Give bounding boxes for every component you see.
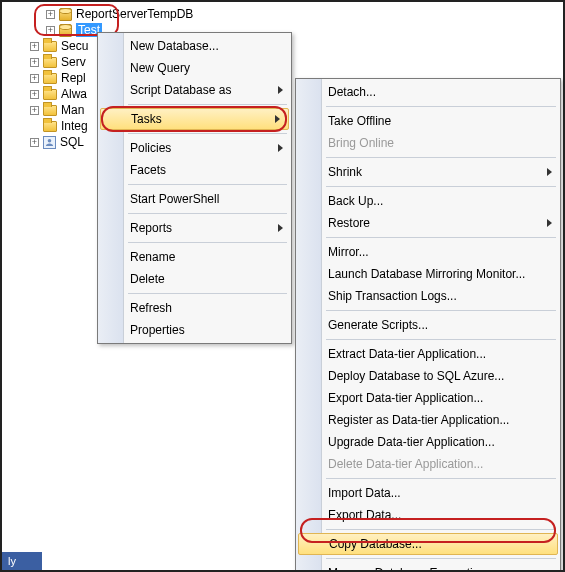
menu-separator [128,133,287,134]
expand-icon[interactable]: + [46,26,55,35]
status-bar: ly [2,552,42,570]
menu-item-new-database[interactable]: New Database... [98,35,291,57]
folder-icon [43,57,57,68]
menu-item-mirror[interactable]: Mirror... [296,241,560,263]
menu-item-policies[interactable]: Policies [98,137,291,159]
menu-item-restore[interactable]: Restore [296,212,560,234]
menu-label: Mirror... [328,245,369,259]
menu-item-refresh[interactable]: Refresh [98,297,291,319]
menu-label: Manage Database Encryption... [328,566,496,572]
tree-label: Integ [61,119,88,133]
expand-icon[interactable]: + [46,10,55,19]
menu-label: Launch Database Mirroring Monitor... [328,267,525,281]
menu-separator [326,529,556,530]
expand-icon[interactable]: + [30,58,39,67]
tree-label: Man [61,103,84,117]
menu-separator [326,339,556,340]
database-icon [59,8,72,21]
menu-label: Policies [130,141,171,155]
menu-label: Copy Database... [329,537,422,551]
menu-separator [128,242,287,243]
menu-label: Restore [328,216,370,230]
submenu-arrow-icon [278,224,283,232]
tree-label: Serv [61,55,86,69]
menu-item-extract-data-tier[interactable]: Extract Data-tier Application... [296,343,560,365]
submenu-arrow-icon [547,168,552,176]
expand-icon[interactable]: + [30,42,39,51]
menu-item-take-offline[interactable]: Take Offline [296,110,560,132]
menu-label: Delete Data-tier Application... [328,457,483,471]
database-icon [59,24,72,37]
menu-label: Shrink [328,165,362,179]
menu-label: Deploy Database to SQL Azure... [328,369,504,383]
submenu-arrow-icon [275,115,280,123]
menu-item-rename[interactable]: Rename [98,246,291,268]
menu-separator [128,293,287,294]
menu-label: Back Up... [328,194,383,208]
menu-label: Facets [130,163,166,177]
tree-item-db-reportservertempdb[interactable]: + ReportServerTempDB [46,6,282,22]
menu-item-script-database-as[interactable]: Script Database as [98,79,291,101]
menu-item-bring-online: Bring Online [296,132,560,154]
menu-item-export-data[interactable]: Export Data... [296,504,560,526]
menu-item-detach[interactable]: Detach... [296,81,560,103]
menu-item-delete-data-tier: Delete Data-tier Application... [296,453,560,475]
menu-separator [128,184,287,185]
tree-label: SQL [60,135,84,149]
tree-label: Repl [61,71,86,85]
expand-icon[interactable]: + [30,138,39,147]
menu-item-tasks[interactable]: Tasks [100,108,289,130]
menu-item-back-up[interactable]: Back Up... [296,190,560,212]
context-menu-database[interactable]: New Database... New Query Script Databas… [97,32,292,344]
folder-icon [43,121,57,132]
menu-label: Extract Data-tier Application... [328,347,486,361]
menu-item-import-data[interactable]: Import Data... [296,482,560,504]
menu-item-new-query[interactable]: New Query [98,57,291,79]
menu-item-reports[interactable]: Reports [98,217,291,239]
context-menu-tasks[interactable]: Detach... Take Offline Bring Online Shri… [295,78,561,572]
menu-label: Export Data-tier Application... [328,391,483,405]
menu-separator [326,237,556,238]
menu-label: Start PowerShell [130,192,219,206]
menu-separator [128,213,287,214]
submenu-arrow-icon [278,144,283,152]
menu-label: Ship Transaction Logs... [328,289,457,303]
menu-item-facets[interactable]: Facets [98,159,291,181]
folder-icon [43,73,57,84]
menu-item-ship-transaction-logs[interactable]: Ship Transaction Logs... [296,285,560,307]
menu-item-generate-scripts[interactable]: Generate Scripts... [296,314,560,336]
menu-item-properties[interactable]: Properties [98,319,291,341]
folder-icon [43,89,57,100]
folder-icon [43,105,57,116]
expand-icon[interactable]: + [30,74,39,83]
tree-label: Alwa [61,87,87,101]
expand-icon[interactable]: + [30,90,39,99]
folder-icon [43,41,57,52]
menu-item-export-data-tier[interactable]: Export Data-tier Application... [296,387,560,409]
submenu-arrow-icon [278,86,283,94]
menu-label: Export Data... [328,508,401,522]
menu-item-deploy-sql-azure[interactable]: Deploy Database to SQL Azure... [296,365,560,387]
expand-icon[interactable]: + [30,106,39,115]
menu-item-shrink[interactable]: Shrink [296,161,560,183]
menu-separator [326,186,556,187]
menu-item-upgrade-data-tier[interactable]: Upgrade Data-tier Application... [296,431,560,453]
menu-item-launch-mirroring-monitor[interactable]: Launch Database Mirroring Monitor... [296,263,560,285]
menu-item-manage-encryption[interactable]: Manage Database Encryption... [296,562,560,572]
menu-item-register-data-tier[interactable]: Register as Data-tier Application... [296,409,560,431]
menu-label: Properties [130,323,185,337]
tree-label: ReportServerTempDB [76,7,193,21]
submenu-arrow-icon [547,219,552,227]
menu-label: Import Data... [328,486,401,500]
tree-label: Secu [61,39,88,53]
menu-separator [128,104,287,105]
menu-label: New Database... [130,39,219,53]
menu-item-copy-database[interactable]: Copy Database... [298,533,558,555]
menu-item-delete[interactable]: Delete [98,268,291,290]
menu-separator [326,310,556,311]
menu-label: Bring Online [328,136,394,150]
sql-agent-icon [43,136,56,149]
menu-label: Register as Data-tier Application... [328,413,509,427]
status-text: ly [8,555,16,567]
menu-item-start-powershell[interactable]: Start PowerShell [98,188,291,210]
